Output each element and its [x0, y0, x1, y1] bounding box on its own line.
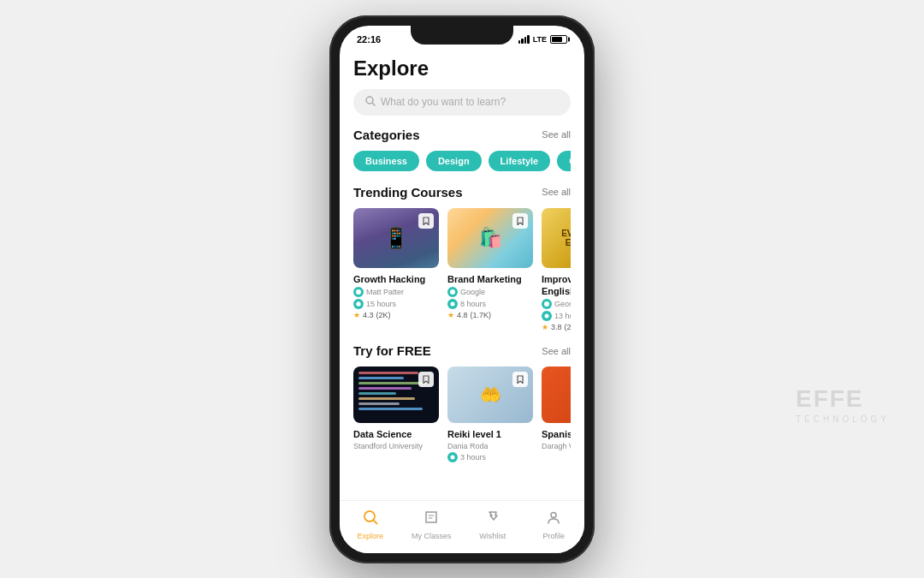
clock-icon-english: [542, 311, 552, 321]
free-see-all[interactable]: See all: [542, 346, 571, 356]
svg-point-11: [551, 513, 556, 518]
svg-line-1: [373, 103, 376, 105]
bookmark-icon-growth[interactable]: [418, 213, 434, 229]
trending-header: Trending Courses See all: [353, 185, 571, 200]
free-name-data-science: Data Science: [353, 428, 439, 440]
code-line-1: [358, 372, 418, 374]
provider-dot-brand: [447, 287, 458, 297]
phone-frame: 22:16 LTE Explore: [329, 15, 595, 563]
categories-title: Categories: [353, 128, 420, 142]
course-thumb-english: EVERYDAY ENGLISH: [542, 208, 571, 268]
free-thumb-reiki: 🤲: [447, 366, 533, 423]
nav-label-wishlist: Wishlist: [479, 532, 506, 540]
free-courses-row[interactable]: Data Science Standford University 🤲: [353, 366, 571, 464]
course-name-english: Improve your English: [542, 273, 571, 298]
nav-item-explore[interactable]: Explore: [340, 509, 401, 540]
categories-header: Categories See all: [353, 128, 571, 142]
star-icon-brand: ★: [447, 311, 454, 319]
profile-icon: [546, 509, 561, 529]
nav-item-wishlist[interactable]: Wishlist: [462, 509, 524, 540]
trending-see-all[interactable]: See all: [542, 187, 571, 197]
nav-label-explore: Explore: [357, 532, 383, 540]
free-thumb-spanish: 🍲: [542, 366, 571, 423]
category-chip-lifestyle[interactable]: Lifestyle: [489, 151, 551, 171]
clock-icon-growth: [353, 299, 364, 309]
screen-content[interactable]: Explore What do you want to learn? Categ…: [340, 50, 584, 500]
spanish-illustration: 🍲: [542, 366, 571, 423]
course-card-growth-hacking[interactable]: 📱 Growth Hacking: [353, 208, 439, 332]
phone-notch: [411, 26, 513, 45]
free-card-spanish-cuisine[interactable]: 🍲 Spanish Cuisine Daragh Wa: [542, 366, 571, 464]
status-icons: LTE: [518, 35, 567, 44]
provider-dot-growth: [353, 287, 364, 297]
course-hours-growth: 15 hours: [353, 299, 439, 309]
bookmark-icon-brand[interactable]: [512, 213, 528, 229]
categories-see-all[interactable]: See all: [542, 129, 571, 140]
course-rating-growth: ★ 4.3 (2K): [353, 311, 439, 319]
course-thumb-growth: 📱: [353, 208, 439, 268]
watermark-sub: TECHNOLOGY: [796, 414, 890, 424]
bookmark-icon-data-science[interactable]: [418, 372, 434, 387]
free-name-spanish: Spanish Cuisine: [542, 428, 571, 440]
signal-bar-3: [524, 37, 527, 44]
signal-bars-icon: [518, 35, 530, 44]
svg-point-8: [451, 456, 455, 460]
svg-point-6: [544, 301, 549, 307]
nav-label-my-classes: My Classes: [412, 532, 452, 540]
lte-label: LTE: [533, 35, 547, 44]
code-line-6: [358, 397, 415, 400]
clock-icon-brand: [447, 299, 458, 309]
svg-point-9: [364, 511, 375, 521]
wishlist-icon: [485, 509, 500, 529]
battery-icon: [550, 35, 567, 44]
signal-bar-1: [518, 40, 521, 44]
svg-point-3: [357, 301, 361, 306]
course-card-brand-marketing[interactable]: 🛍️ Brand Marketing: [447, 208, 533, 332]
star-icon-growth: ★: [353, 311, 360, 319]
course-name-growth: Growth Hacking: [353, 273, 439, 285]
star-icon-english: ★: [542, 323, 548, 331]
svg-point-4: [450, 289, 455, 295]
free-card-reiki[interactable]: 🤲 Reiki level 1 Dania Roda: [447, 366, 533, 464]
categories-row[interactable]: Business Design Lifestyle Compute: [353, 151, 571, 173]
status-time: 22:16: [357, 34, 381, 45]
free-provider-spanish: Daragh Wa: [542, 442, 571, 450]
code-line-3: [358, 382, 426, 384]
course-name-brand: Brand Marketing: [447, 273, 533, 285]
watermark: EFFE TECHNOLOGY: [796, 386, 890, 424]
code-line-4: [358, 387, 412, 390]
free-card-data-science[interactable]: Data Science Standford University: [353, 366, 439, 464]
page-title: Explore: [353, 57, 571, 80]
battery-fill: [552, 37, 562, 42]
code-line-8: [358, 408, 423, 410]
nav-item-my-classes[interactable]: My Classes: [401, 509, 463, 540]
search-icon: [365, 96, 376, 109]
bookmark-icon-reiki[interactable]: [512, 372, 528, 387]
code-line-2: [358, 377, 404, 379]
my-classes-icon: [424, 509, 439, 529]
svg-line-10: [374, 521, 377, 524]
thumb-english-illustration: EVERYDAY ENGLISH: [542, 208, 571, 268]
phone-screen: 22:16 LTE Explore: [340, 26, 584, 553]
category-chip-compute[interactable]: Compute: [557, 151, 571, 171]
code-line-5: [358, 392, 396, 395]
free-hours-reiki: 3 hours: [447, 452, 533, 462]
nav-item-profile[interactable]: Profile: [524, 509, 585, 540]
course-thumb-brand: 🛍️: [447, 208, 533, 268]
svg-point-2: [356, 289, 361, 295]
free-thumb-data-science: [353, 366, 439, 423]
category-chip-design[interactable]: Design: [426, 151, 482, 171]
trending-courses-row[interactable]: 📱 Growth Hacking: [353, 208, 571, 332]
svg-point-5: [451, 301, 455, 306]
nav-label-profile: Profile: [542, 532, 565, 540]
signal-bar-2: [521, 39, 524, 44]
course-card-english[interactable]: EVERYDAY ENGLISH Improve your English: [542, 208, 571, 332]
bottom-nav: Explore My Classes Wishlist: [340, 500, 584, 553]
course-provider-english: Georgia Tech: [542, 299, 571, 309]
category-chip-business[interactable]: Business: [353, 151, 419, 171]
course-hours-english: 13 hours: [542, 311, 571, 321]
course-hours-brand: 8 hours: [447, 299, 533, 309]
search-bar[interactable]: What do you want to learn?: [353, 89, 571, 116]
free-title: Try for FREE: [353, 343, 431, 358]
watermark-brand: EFFE: [796, 385, 864, 412]
